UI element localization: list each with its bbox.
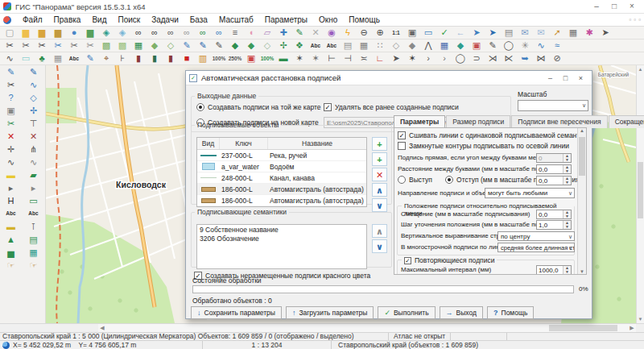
object-row-1[interactable]: a_var_waterВодоём — [197, 161, 366, 172]
help-button[interactable]: ?Помощь — [487, 306, 534, 319]
open-db-icon[interactable]: ▆ — [50, 27, 66, 39]
peak-icon[interactable]: ⋀ — [420, 39, 436, 52]
status-scale[interactable]: 1 : 13 204 — [202, 341, 331, 349]
step-spinner[interactable]: 1,0▲▼ — [536, 220, 572, 230]
mail-open-icon[interactable]: ✉ — [533, 27, 549, 39]
diamond-outline-icon[interactable]: ◇ — [163, 39, 179, 52]
spinner-arrows-icon[interactable]: ▲▼ — [563, 165, 571, 173]
dialog-title-bar[interactable]: ✓ Автоматическая расстановка подписей – … — [186, 71, 592, 85]
axes-icon[interactable]: ∟ — [372, 52, 388, 64]
colorbars-icon[interactable]: ▥ — [195, 52, 211, 64]
edit-pencil2-icon[interactable]: ✎ — [23, 65, 44, 78]
abc-small2-icon[interactable]: Abc — [23, 207, 44, 220]
search-icon[interactable]: ∞ — [130, 27, 147, 39]
flashlight-a-icon[interactable]: ▸ — [0, 181, 22, 194]
bowtie-icon[interactable]: ⋈ — [533, 52, 549, 64]
semantic-item-1[interactable]: 3206 Обозначение — [200, 235, 364, 243]
gradient-icon[interactable]: ▬ — [275, 52, 291, 64]
straight-spinner[interactable]: 0▲▼ — [536, 153, 572, 163]
measure-icon[interactable]: ⊦ — [114, 52, 130, 64]
select-polygon-icon[interactable]: ▱ — [259, 27, 275, 39]
mdi-minimize-icon[interactable]: ▫ — [634, 16, 636, 23]
help-pointer-icon[interactable]: ➤ — [597, 27, 613, 39]
tab-parameters[interactable]: Параметры — [394, 115, 445, 128]
h-label-icon[interactable]: H — [0, 194, 22, 207]
select-frame-icon[interactable]: ▣ — [243, 52, 259, 64]
scale-1-1-icon[interactable]: 1:1 — [388, 27, 404, 39]
cut-node-icon[interactable]: ✂ — [34, 39, 50, 52]
node-star-icon[interactable]: ✶ — [291, 52, 308, 64]
open-data-icon[interactable]: ▆ — [34, 27, 50, 39]
ruler-icon[interactable]: ⊤ — [23, 117, 44, 130]
object-list-icon[interactable]: ≡ — [227, 27, 243, 39]
merge-area-icon[interactable]: ▩ — [98, 39, 114, 52]
raster-grid-icon[interactable]: ▦ — [356, 39, 372, 52]
no-circle-icon[interactable]: ⊘ — [549, 52, 565, 64]
fit-frame-icon[interactable]: ▣ — [404, 27, 420, 39]
rhomb-fill-icon[interactable]: ◆ — [404, 39, 420, 52]
joint-right-icon[interactable]: ⊣ — [340, 52, 356, 64]
object-row-3[interactable]: 186-000-LАвтомагистраль (автострада) — [197, 184, 366, 195]
edit-object-icon[interactable]: ✎ — [291, 27, 308, 39]
menu-item-9[interactable]: Помощь — [343, 14, 386, 26]
search-off-icon[interactable]: ∞ — [179, 27, 195, 39]
cut-icon[interactable]: ✂ — [2, 39, 18, 52]
abc-small-icon[interactable]: Abc — [0, 207, 22, 220]
parcel-faded-icon[interactable]: ◇ — [259, 39, 275, 52]
zoom-250-icon[interactable]: 250% — [227, 52, 243, 64]
radio-indent-dot[interactable] — [445, 176, 453, 184]
load-params-button[interactable]: ↑Загрузить параметры — [286, 306, 374, 319]
draw-pencil-icon[interactable]: ✎ — [179, 39, 195, 52]
zoom-in-icon[interactable]: ⊕ — [372, 27, 388, 39]
semantic-down-button[interactable]: ∨ — [372, 239, 387, 253]
direction-icon[interactable]: ➤ — [388, 52, 404, 64]
cut-green-icon[interactable]: ✂ — [0, 117, 22, 130]
search-area-icon[interactable]: ∞ — [195, 27, 211, 39]
search-name-icon[interactable]: ∞ — [147, 27, 163, 39]
zoom-100-icon[interactable]: 100% — [211, 52, 227, 64]
dialog-maximize-button[interactable]: □ — [558, 74, 573, 82]
measure2-icon[interactable]: ⊺ — [23, 220, 44, 233]
rosette-icon[interactable]: ✳ — [517, 39, 533, 52]
pen-icon[interactable]: ✎ — [485, 39, 501, 52]
map-vertical-scrollbar[interactable]: ▲ ▼ — [636, 65, 644, 323]
ellipse-icon[interactable]: ◯ — [501, 39, 517, 52]
open-map-icon[interactable]: ▆ — [18, 27, 34, 39]
box-green-icon[interactable]: ▭ — [23, 194, 44, 207]
pointer-add-icon[interactable]: ➤ — [485, 27, 501, 39]
objects-table[interactable]: Вид Ключ Название 237-000-LРека, ручейa_… — [196, 137, 367, 207]
abc-label2-icon[interactable]: Abc — [324, 39, 340, 52]
split-area-icon[interactable]: ▩ — [114, 39, 130, 52]
parcel-icon[interactable]: ◆ — [227, 39, 243, 52]
mdi-close-icon[interactable]: ▫ — [638, 16, 641, 23]
panel-scroll-thumb[interactable] — [579, 137, 585, 176]
object-row-0[interactable]: 237-000-LРека, ручей — [197, 150, 366, 161]
semantic-up-button[interactable]: ∧ — [372, 224, 387, 238]
checkbox-closed-box[interactable] — [398, 142, 406, 150]
panel-scroll-down-icon[interactable]: ▼ — [578, 269, 586, 274]
horizontal-scroll-thumb[interactable] — [549, 325, 617, 331]
panel-scrollbar[interactable]: ▲ ▼ — [577, 128, 586, 274]
rect-teal-icon[interactable]: ▭ — [18, 52, 34, 64]
clipboard-icon[interactable]: ▤ — [501, 27, 517, 39]
cancel-select-icon[interactable]: ✕ — [308, 27, 324, 39]
sprout-icon[interactable]: ✢ — [275, 39, 291, 52]
add-object-icon[interactable]: ✚ — [275, 27, 291, 39]
save-params-button[interactable]: ↓Сохранить параметры — [191, 306, 282, 319]
minimize-button[interactable]: – — [588, 0, 605, 13]
menu-item-1[interactable]: Правка — [48, 14, 87, 26]
execute-button[interactable]: ✓Выполнить — [378, 306, 435, 319]
pyramid-icon[interactable]: ▲ — [0, 233, 22, 246]
draw-pencil3-icon[interactable]: ✎ — [211, 39, 227, 52]
cut-blue-icon[interactable]: ✂ — [50, 39, 66, 52]
maximize-button[interactable]: □ — [605, 0, 623, 13]
spinner-arrows-icon[interactable]: ▲▼ — [563, 210, 571, 218]
multiline-combo[interactable]: средняя более длинная строка — [497, 243, 575, 252]
matrix-icon[interactable]: ▦ — [436, 39, 452, 52]
marker2-icon[interactable]: ▬ — [0, 220, 22, 233]
checkbox-delete-labels-box[interactable]: ✓ — [324, 103, 332, 111]
zoom-100-green-icon[interactable]: 100% — [259, 52, 275, 64]
route-icon[interactable]: ➚ — [549, 27, 565, 39]
calc-icon[interactable]: ▦ — [50, 52, 66, 64]
crosshair-icon[interactable]: ✛ — [0, 143, 22, 156]
